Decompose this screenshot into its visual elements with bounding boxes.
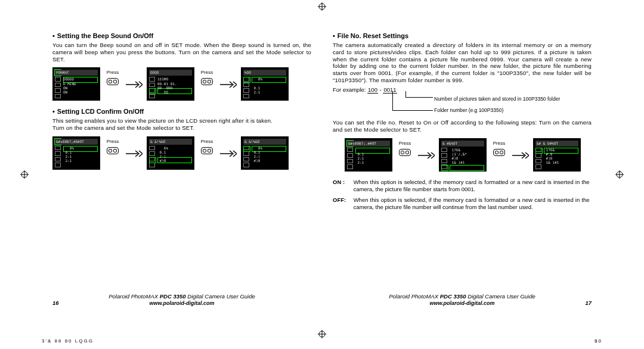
screen-3: & &!%&O 0% 0.1 2:) #)0 (241, 136, 289, 170)
arrow-icon (219, 136, 237, 158)
press-1: Press (104, 67, 122, 85)
registration-mark-icon (318, 330, 326, 338)
registration-mark-icon (20, 170, 29, 179)
print-footer: 3'& 86 80 LQGG $0 (42, 338, 602, 347)
page-number: 17 (577, 300, 592, 307)
button-icon (493, 149, 505, 156)
off-row: OFF: When this option is selected, if th… (333, 197, 592, 211)
footer-left: 16 Polaroid PhotoMAX PDC 3350 Digital Ca… (52, 293, 311, 307)
title-text: File No. Reset Settings (338, 32, 408, 39)
section-title-fileno: •File No. Reset Settings (333, 32, 592, 40)
screen-2: OOOO 151MO 09.01 01. OO OOO OO (147, 67, 194, 101)
title-text: Setting the Beep Sound On/Off (57, 32, 153, 39)
section-title-lcd: •Setting LCD Confirm On/Off (52, 108, 311, 116)
screens-row-lcd: &#x00B7;#O#OT 0% 0.1 2:1 2:1 Press & &!%… (52, 136, 311, 170)
bullet-icon: • (52, 32, 55, 40)
page-spread: •Setting the Beep Sound On/Off You can t… (0, 0, 644, 313)
button-icon (399, 149, 411, 156)
press-2: Press (490, 138, 508, 156)
footer-right: Polaroid PhotoMAX PDC 3350 Digital Camer… (333, 293, 592, 307)
arrow-icon (512, 138, 530, 160)
section-title-beep: •Setting the Beep Sound On/Off (52, 32, 311, 40)
registration-mark-icon (318, 2, 326, 11)
on-row: ON : When this option is selected, if th… (333, 179, 592, 193)
callout-2: Folder number (e.g 100P3350) (434, 107, 592, 114)
button-icon (107, 78, 119, 85)
arrow-icon (417, 138, 435, 160)
press-2: Press (198, 136, 216, 154)
screen-1: &#x00B7;#O#OT 0% 0.1 2:1 2:1 (52, 136, 100, 170)
press-1: Press (104, 136, 122, 154)
screen-2: & #&%OT 176& |1'/,&* #)0 1& )#1 (439, 138, 487, 172)
screens-row-fileno: &#x00B7;.##OT 0.1 2:1 2:1 Press & #&%OT (345, 138, 592, 172)
page-right: •File No. Reset Settings The camera auto… (322, 30, 602, 313)
arrow-icon (125, 67, 143, 89)
screen-1: FORMAT DODDD D MIND ON ON (52, 67, 100, 101)
page-number: 16 (52, 300, 67, 307)
screen-1: &#x00B7;.##OT 0.1 2:1 2:1 (345, 138, 392, 172)
footer-title: Polaroid PhotoMAX PDC 3350 Digital Camer… (67, 293, 297, 307)
arrow-icon (125, 136, 143, 158)
press-2: Press (198, 67, 216, 85)
screens-row-beep: FORMAT DODDD D MIND ON ON Press OOOO (52, 67, 311, 101)
title-text: Setting LCD Confirm On/Off (57, 108, 144, 115)
callout-block: Number of pictures taken and stored in 1… (434, 96, 592, 113)
print-footer-left: 3'& 86 80 LQGG (42, 338, 94, 347)
callout-1: Number of pictures taken and stored in 1… (434, 96, 592, 102)
body-lcd: This setting enables you to view the pic… (52, 117, 311, 132)
screen-3: %OO 0% 0.1 2:1 (241, 67, 289, 101)
bullet-icon: • (333, 32, 335, 40)
bullet-icon: • (52, 108, 55, 116)
body-beep: You can turn the Beep sound on and off i… (52, 42, 311, 63)
arrow-icon (219, 67, 237, 89)
print-footer-right: $0 (595, 338, 602, 347)
screen-3: &# & O#%OT 176& #.0 #)0 1& )#1 (533, 138, 581, 172)
footer-title: Polaroid PhotoMAX PDC 3350 Digital Camer… (347, 293, 577, 307)
press-1: Press (396, 138, 414, 156)
registration-mark-icon (615, 170, 624, 179)
page-left: •Setting the Beep Sound On/Off You can t… (42, 30, 322, 313)
example-line: For example: 100 - 0011 (333, 86, 592, 94)
button-icon (201, 147, 213, 154)
button-icon (107, 147, 119, 154)
button-icon (201, 78, 213, 85)
body-fileno: The camera automatically created a direc… (333, 42, 592, 84)
screen-2: & &!%&O 6% 0.1 2:) #)0 (147, 136, 194, 170)
body-fileno-2: You can set the File no. Reset to On or … (333, 119, 592, 133)
